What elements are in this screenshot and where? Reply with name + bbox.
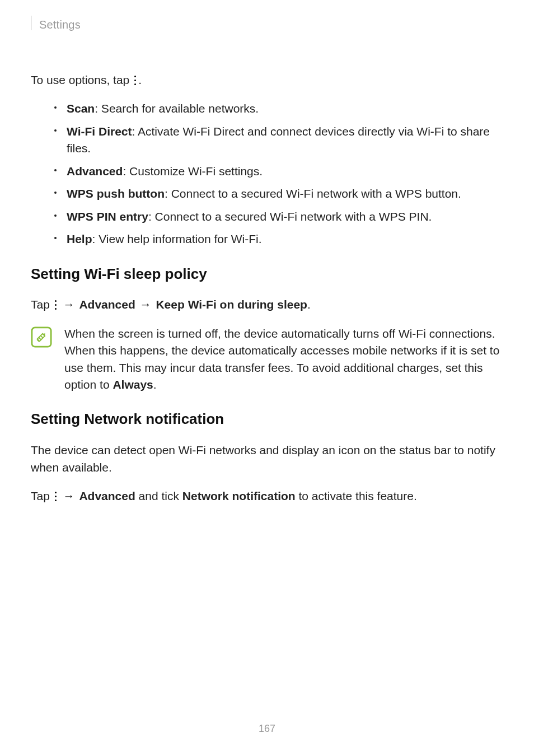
arrow-icon: →	[63, 488, 75, 505]
network-notification-steps: Tap → Advanced and tick Network notifica…	[31, 488, 503, 505]
step-keep: Keep Wi-Fi on during sleep	[156, 298, 307, 311]
step-netnotif: Network notification	[182, 489, 296, 502]
option-label: Scan	[67, 102, 95, 115]
list-item: WPS push button: Connect to a secured Wi…	[54, 185, 503, 202]
page-number: 167	[0, 721, 534, 736]
option-label: WPS PIN entry	[67, 210, 148, 223]
option-desc: : Search for available networks.	[95, 102, 259, 115]
step-advanced: Advanced	[79, 489, 135, 502]
svg-line-2	[39, 337, 41, 339]
list-item: WPS PIN entry: Connect to a secured Wi-F…	[54, 208, 503, 225]
option-label: Wi-Fi Direct	[67, 125, 132, 138]
step-mid: and tick	[135, 489, 182, 502]
option-label: Help	[67, 232, 92, 245]
option-label: Advanced	[67, 165, 123, 178]
option-desc: : View help information for Wi-Fi.	[92, 232, 262, 245]
option-desc: : Connect to a secured Wi-Fi network wit…	[165, 187, 461, 200]
page: Settings To use options, tap . Scan: Sea…	[0, 0, 534, 756]
svg-line-3	[41, 335, 43, 338]
list-item: Wi-Fi Direct: Activate Wi-Fi Direct and …	[54, 123, 503, 157]
list-item: Scan: Search for available networks.	[54, 100, 503, 117]
section-heading-sleep-policy: Setting Wi-Fi sleep policy	[31, 264, 503, 285]
list-item: Help: View help information for Wi-Fi.	[54, 231, 503, 248]
breadcrumb: Settings	[39, 17, 81, 33]
breadcrumb-marker	[31, 16, 31, 30]
more-options-icon	[53, 300, 59, 310]
note-block: When the screen is turned off, the devic…	[31, 325, 503, 394]
options-list: Scan: Search for available networks. Wi-…	[31, 100, 503, 248]
breadcrumb-area: Settings	[31, 17, 503, 32]
note-pencil-icon	[31, 326, 52, 348]
note-post: .	[153, 378, 157, 391]
more-options-icon	[53, 492, 59, 502]
step-advanced: Advanced	[79, 298, 135, 311]
arrow-icon: →	[140, 296, 152, 313]
option-desc: : Customize Wi-Fi settings.	[123, 165, 263, 178]
option-label: WPS push button	[67, 187, 165, 200]
network-notification-para: The device can detect open Wi-Fi network…	[31, 442, 503, 476]
list-item: Advanced: Customize Wi-Fi settings.	[54, 163, 503, 180]
step-post: to activate this feature.	[296, 489, 417, 502]
intro-suffix: .	[138, 73, 142, 86]
section-heading-network-notification: Setting Network notification	[31, 409, 503, 430]
note-icon-wrap	[31, 325, 64, 348]
step-period: .	[307, 298, 311, 311]
sleep-policy-steps: Tap → Advanced → Keep Wi-Fi on during sl…	[31, 296, 503, 313]
note-bold: Always	[113, 378, 153, 391]
more-options-icon	[133, 76, 138, 86]
option-desc: : Connect to a secured Wi-Fi network wit…	[148, 210, 432, 223]
step-tap: Tap	[31, 298, 50, 311]
note-text: When the screen is turned off, the devic…	[64, 325, 503, 394]
arrow-icon: →	[63, 296, 75, 313]
intro-prefix: To use options, tap	[31, 73, 129, 86]
step-tap: Tap	[31, 489, 50, 502]
intro-paragraph: To use options, tap .	[31, 72, 503, 88]
